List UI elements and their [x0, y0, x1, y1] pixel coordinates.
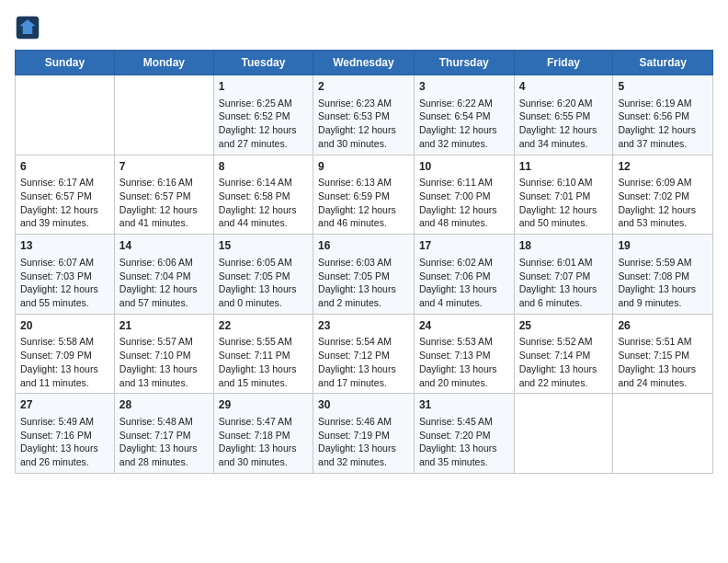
- cell-content-line: Sunrise: 6:10 AM: [519, 176, 609, 190]
- day-number: 28: [119, 397, 209, 413]
- cell-content-line: Daylight: 12 hours: [119, 282, 209, 296]
- page-header: [15, 15, 713, 40]
- cell-content-line: Daylight: 13 hours: [419, 282, 509, 296]
- day-number: 3: [419, 79, 509, 95]
- calendar-cell: 18Sunrise: 6:01 AMSunset: 7:07 PMDayligh…: [514, 235, 613, 315]
- cell-content-line: Daylight: 12 hours: [219, 123, 308, 137]
- cell-content-line: Daylight: 13 hours: [618, 282, 708, 296]
- day-number: 6: [20, 159, 109, 175]
- cell-content-line: Daylight: 13 hours: [519, 282, 609, 296]
- cell-content-line: Sunset: 7:03 PM: [20, 270, 109, 283]
- calendar-week-2: 6Sunrise: 6:17 AMSunset: 6:57 PMDaylight…: [16, 155, 713, 235]
- cell-content-line: Sunset: 7:14 PM: [519, 349, 609, 362]
- cell-content-line: Sunset: 7:20 PM: [419, 429, 509, 442]
- day-number: 5: [618, 79, 708, 95]
- cell-content-line: Daylight: 12 hours: [618, 123, 708, 137]
- day-number: 15: [219, 238, 308, 254]
- cell-content-line: and 28 minutes.: [119, 455, 209, 469]
- cell-content-line: Sunset: 6:52 PM: [219, 109, 308, 123]
- cell-content-line: Daylight: 13 hours: [618, 362, 708, 376]
- calendar-cell: 4Sunrise: 6:20 AMSunset: 6:55 PMDaylight…: [514, 75, 613, 155]
- day-number: 12: [618, 159, 708, 175]
- day-number: 17: [419, 238, 509, 254]
- cell-content-line: Sunrise: 6:09 AM: [618, 176, 708, 190]
- calendar-cell: 27Sunrise: 5:49 AMSunset: 7:16 PMDayligh…: [16, 394, 115, 474]
- calendar-cell: 28Sunrise: 5:48 AMSunset: 7:17 PMDayligh…: [114, 394, 213, 474]
- cell-content-line: Sunset: 7:08 PM: [618, 270, 708, 283]
- day-number: 14: [119, 238, 209, 254]
- cell-content-line: and 11 minutes.: [20, 376, 109, 390]
- day-number: 20: [20, 318, 109, 334]
- cell-content-line: and 27 minutes.: [219, 137, 308, 151]
- cell-content-line: and 15 minutes.: [219, 376, 308, 390]
- cell-content-line: Daylight: 12 hours: [419, 123, 509, 137]
- calendar-cell: 23Sunrise: 5:54 AMSunset: 7:12 PMDayligh…: [313, 314, 415, 394]
- cell-content-line: Daylight: 13 hours: [20, 442, 109, 455]
- cell-content-line: Sunrise: 6:11 AM: [419, 176, 509, 190]
- calendar-cell: 22Sunrise: 5:55 AMSunset: 7:11 PMDayligh…: [213, 314, 313, 394]
- calendar-table: SundayMondayTuesdayWednesdayThursdayFrid…: [15, 50, 713, 474]
- calendar-cell: 10Sunrise: 6:11 AMSunset: 7:00 PMDayligh…: [414, 155, 514, 235]
- day-header-tuesday: Tuesday: [213, 51, 313, 75]
- day-number: 23: [318, 318, 409, 334]
- day-header-friday: Friday: [514, 51, 613, 75]
- day-number: 24: [419, 318, 509, 334]
- cell-content-line: Daylight: 12 hours: [519, 203, 609, 217]
- calendar-cell: 29Sunrise: 5:47 AMSunset: 7:18 PMDayligh…: [213, 394, 313, 474]
- calendar-cell: 3Sunrise: 6:22 AMSunset: 6:54 PMDaylight…: [414, 75, 514, 155]
- day-number: 27: [20, 397, 109, 413]
- cell-content-line: Daylight: 12 hours: [219, 203, 308, 217]
- cell-content-line: Sunset: 6:57 PM: [119, 190, 209, 203]
- cell-content-line: and 9 minutes.: [618, 296, 708, 310]
- calendar-cell: 20Sunrise: 5:58 AMSunset: 7:09 PMDayligh…: [16, 314, 115, 394]
- day-number: 21: [119, 318, 209, 334]
- calendar-week-4: 20Sunrise: 5:58 AMSunset: 7:09 PMDayligh…: [16, 314, 713, 394]
- cell-content-line: Daylight: 12 hours: [419, 203, 509, 217]
- calendar-cell: 31Sunrise: 5:45 AMSunset: 7:20 PMDayligh…: [414, 394, 514, 474]
- cell-content-line: Sunrise: 6:25 AM: [219, 97, 308, 110]
- cell-content-line: Sunset: 6:54 PM: [419, 109, 509, 123]
- cell-content-line: Sunset: 7:12 PM: [318, 349, 409, 362]
- calendar-cell: 13Sunrise: 6:07 AMSunset: 7:03 PMDayligh…: [16, 235, 115, 315]
- cell-content-line: Sunrise: 5:55 AM: [219, 335, 308, 349]
- cell-content-line: Daylight: 13 hours: [318, 442, 409, 455]
- cell-content-line: and 41 minutes.: [119, 216, 209, 230]
- cell-content-line: and 53 minutes.: [618, 216, 708, 230]
- cell-content-line: and 6 minutes.: [519, 296, 609, 310]
- calendar-week-1: 1Sunrise: 6:25 AMSunset: 6:52 PMDaylight…: [16, 75, 713, 155]
- day-number: 10: [419, 159, 509, 175]
- cell-content-line: Sunrise: 6:22 AM: [419, 97, 509, 110]
- cell-content-line: Sunrise: 5:58 AM: [20, 335, 109, 349]
- day-number: 25: [519, 318, 609, 334]
- calendar-cell: 9Sunrise: 6:13 AMSunset: 6:59 PMDaylight…: [313, 155, 415, 235]
- cell-content-line: Sunrise: 6:20 AM: [519, 97, 609, 110]
- cell-content-line: Daylight: 12 hours: [119, 203, 209, 217]
- cell-content-line: Sunrise: 5:48 AM: [119, 415, 209, 429]
- cell-content-line: and 4 minutes.: [419, 296, 509, 310]
- cell-content-line: Sunrise: 5:46 AM: [318, 415, 409, 429]
- cell-content-line: Daylight: 13 hours: [219, 442, 308, 455]
- day-number: 8: [219, 159, 308, 175]
- cell-content-line: Sunset: 7:06 PM: [419, 270, 509, 283]
- cell-content-line: and 44 minutes.: [219, 216, 308, 230]
- cell-content-line: and 30 minutes.: [219, 455, 308, 469]
- calendar-cell: 2Sunrise: 6:23 AMSunset: 6:53 PMDaylight…: [313, 75, 415, 155]
- cell-content-line: Sunrise: 6:13 AM: [318, 176, 409, 190]
- cell-content-line: Sunset: 6:53 PM: [318, 109, 409, 123]
- cell-content-line: Sunset: 7:05 PM: [318, 270, 409, 283]
- cell-content-line: Sunset: 7:10 PM: [119, 349, 209, 362]
- day-number: 22: [219, 318, 308, 334]
- day-number: 29: [219, 397, 308, 413]
- calendar-cell: [613, 394, 713, 474]
- cell-content-line: Sunrise: 5:51 AM: [618, 335, 708, 349]
- cell-content-line: Sunset: 7:07 PM: [519, 270, 609, 283]
- calendar-cell: 6Sunrise: 6:17 AMSunset: 6:57 PMDaylight…: [16, 155, 115, 235]
- calendar-cell: 21Sunrise: 5:57 AMSunset: 7:10 PMDayligh…: [114, 314, 213, 394]
- cell-content-line: Daylight: 12 hours: [618, 203, 708, 217]
- cell-content-line: Daylight: 13 hours: [419, 362, 509, 376]
- day-header-thursday: Thursday: [414, 51, 514, 75]
- cell-content-line: Sunset: 7:11 PM: [219, 349, 308, 362]
- cell-content-line: Daylight: 13 hours: [20, 362, 109, 376]
- cell-content-line: and 30 minutes.: [318, 137, 409, 151]
- calendar-cell: 12Sunrise: 6:09 AMSunset: 7:02 PMDayligh…: [613, 155, 713, 235]
